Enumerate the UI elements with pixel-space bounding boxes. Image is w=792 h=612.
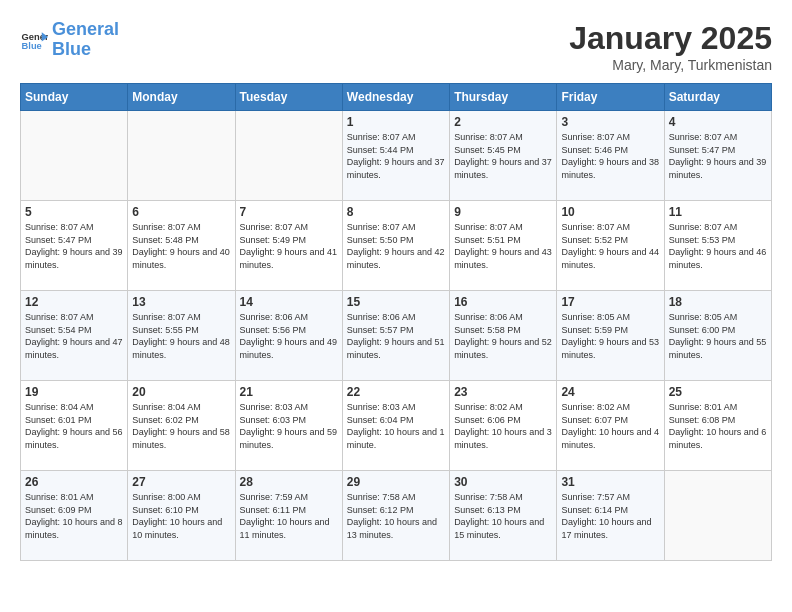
day-number: 30: [454, 475, 552, 489]
calendar-cell: 3Sunrise: 8:07 AMSunset: 5:46 PMDaylight…: [557, 111, 664, 201]
day-info: Sunrise: 8:06 AMSunset: 5:56 PMDaylight:…: [240, 311, 338, 361]
logo-text: General Blue: [52, 20, 119, 60]
day-info: Sunrise: 8:00 AMSunset: 6:10 PMDaylight:…: [132, 491, 230, 541]
logo-line1: General: [52, 19, 119, 39]
calendar-week-3: 12Sunrise: 8:07 AMSunset: 5:54 PMDayligh…: [21, 291, 772, 381]
svg-text:Blue: Blue: [22, 41, 42, 51]
day-info: Sunrise: 7:57 AMSunset: 6:14 PMDaylight:…: [561, 491, 659, 541]
day-number: 21: [240, 385, 338, 399]
calendar-cell: 14Sunrise: 8:06 AMSunset: 5:56 PMDayligh…: [235, 291, 342, 381]
day-info: Sunrise: 8:07 AMSunset: 5:47 PMDaylight:…: [669, 131, 767, 181]
day-number: 29: [347, 475, 445, 489]
calendar-cell: 12Sunrise: 8:07 AMSunset: 5:54 PMDayligh…: [21, 291, 128, 381]
day-info: Sunrise: 8:02 AMSunset: 6:07 PMDaylight:…: [561, 401, 659, 451]
day-number: 11: [669, 205, 767, 219]
day-number: 16: [454, 295, 552, 309]
day-number: 19: [25, 385, 123, 399]
weekday-header-row: SundayMondayTuesdayWednesdayThursdayFrid…: [21, 84, 772, 111]
calendar-cell: 30Sunrise: 7:58 AMSunset: 6:13 PMDayligh…: [450, 471, 557, 561]
day-info: Sunrise: 8:06 AMSunset: 5:57 PMDaylight:…: [347, 311, 445, 361]
weekday-header-friday: Friday: [557, 84, 664, 111]
calendar-cell: 18Sunrise: 8:05 AMSunset: 6:00 PMDayligh…: [664, 291, 771, 381]
calendar-week-1: 1Sunrise: 8:07 AMSunset: 5:44 PMDaylight…: [21, 111, 772, 201]
day-info: Sunrise: 8:07 AMSunset: 5:44 PMDaylight:…: [347, 131, 445, 181]
day-info: Sunrise: 8:03 AMSunset: 6:03 PMDaylight:…: [240, 401, 338, 451]
day-info: Sunrise: 8:05 AMSunset: 6:00 PMDaylight:…: [669, 311, 767, 361]
calendar-cell: 22Sunrise: 8:03 AMSunset: 6:04 PMDayligh…: [342, 381, 449, 471]
day-info: Sunrise: 7:58 AMSunset: 6:12 PMDaylight:…: [347, 491, 445, 541]
day-number: 1: [347, 115, 445, 129]
calendar-cell: 25Sunrise: 8:01 AMSunset: 6:08 PMDayligh…: [664, 381, 771, 471]
day-info: Sunrise: 8:01 AMSunset: 6:08 PMDaylight:…: [669, 401, 767, 451]
weekday-header-monday: Monday: [128, 84, 235, 111]
day-number: 22: [347, 385, 445, 399]
day-number: 7: [240, 205, 338, 219]
calendar-cell: 11Sunrise: 8:07 AMSunset: 5:53 PMDayligh…: [664, 201, 771, 291]
calendar-cell: [235, 111, 342, 201]
day-number: 5: [25, 205, 123, 219]
calendar-cell: 26Sunrise: 8:01 AMSunset: 6:09 PMDayligh…: [21, 471, 128, 561]
day-number: 31: [561, 475, 659, 489]
month-title: January 2025: [569, 20, 772, 57]
day-info: Sunrise: 8:04 AMSunset: 6:02 PMDaylight:…: [132, 401, 230, 451]
calendar-cell: 8Sunrise: 8:07 AMSunset: 5:50 PMDaylight…: [342, 201, 449, 291]
logo-line2: Blue: [52, 39, 91, 59]
day-number: 8: [347, 205, 445, 219]
calendar-cell: [21, 111, 128, 201]
day-info: Sunrise: 8:07 AMSunset: 5:52 PMDaylight:…: [561, 221, 659, 271]
calendar-cell: 23Sunrise: 8:02 AMSunset: 6:06 PMDayligh…: [450, 381, 557, 471]
calendar-cell: 4Sunrise: 8:07 AMSunset: 5:47 PMDaylight…: [664, 111, 771, 201]
day-info: Sunrise: 8:07 AMSunset: 5:47 PMDaylight:…: [25, 221, 123, 271]
day-info: Sunrise: 8:07 AMSunset: 5:51 PMDaylight:…: [454, 221, 552, 271]
day-number: 3: [561, 115, 659, 129]
day-number: 4: [669, 115, 767, 129]
calendar-header: SundayMondayTuesdayWednesdayThursdayFrid…: [21, 84, 772, 111]
calendar-cell: 27Sunrise: 8:00 AMSunset: 6:10 PMDayligh…: [128, 471, 235, 561]
day-info: Sunrise: 8:03 AMSunset: 6:04 PMDaylight:…: [347, 401, 445, 451]
weekday-header-wednesday: Wednesday: [342, 84, 449, 111]
calendar-cell: 13Sunrise: 8:07 AMSunset: 5:55 PMDayligh…: [128, 291, 235, 381]
day-number: 20: [132, 385, 230, 399]
day-number: 15: [347, 295, 445, 309]
day-number: 24: [561, 385, 659, 399]
day-number: 6: [132, 205, 230, 219]
day-info: Sunrise: 8:01 AMSunset: 6:09 PMDaylight:…: [25, 491, 123, 541]
day-number: 12: [25, 295, 123, 309]
calendar-week-2: 5Sunrise: 8:07 AMSunset: 5:47 PMDaylight…: [21, 201, 772, 291]
day-info: Sunrise: 8:07 AMSunset: 5:54 PMDaylight:…: [25, 311, 123, 361]
calendar-cell: 21Sunrise: 8:03 AMSunset: 6:03 PMDayligh…: [235, 381, 342, 471]
day-number: 28: [240, 475, 338, 489]
weekday-header-sunday: Sunday: [21, 84, 128, 111]
calendar-cell: 6Sunrise: 8:07 AMSunset: 5:48 PMDaylight…: [128, 201, 235, 291]
day-number: 17: [561, 295, 659, 309]
day-info: Sunrise: 8:07 AMSunset: 5:49 PMDaylight:…: [240, 221, 338, 271]
logo: General Blue General Blue: [20, 20, 119, 60]
logo-icon: General Blue: [20, 26, 48, 54]
day-number: 10: [561, 205, 659, 219]
calendar-cell: 24Sunrise: 8:02 AMSunset: 6:07 PMDayligh…: [557, 381, 664, 471]
calendar-table: SundayMondayTuesdayWednesdayThursdayFrid…: [20, 83, 772, 561]
day-info: Sunrise: 8:04 AMSunset: 6:01 PMDaylight:…: [25, 401, 123, 451]
day-number: 26: [25, 475, 123, 489]
calendar-cell: 20Sunrise: 8:04 AMSunset: 6:02 PMDayligh…: [128, 381, 235, 471]
weekday-header-tuesday: Tuesday: [235, 84, 342, 111]
calendar-cell: 10Sunrise: 8:07 AMSunset: 5:52 PMDayligh…: [557, 201, 664, 291]
day-info: Sunrise: 8:07 AMSunset: 5:45 PMDaylight:…: [454, 131, 552, 181]
calendar-cell: 16Sunrise: 8:06 AMSunset: 5:58 PMDayligh…: [450, 291, 557, 381]
day-number: 2: [454, 115, 552, 129]
day-number: 23: [454, 385, 552, 399]
calendar-cell: [664, 471, 771, 561]
day-info: Sunrise: 8:06 AMSunset: 5:58 PMDaylight:…: [454, 311, 552, 361]
weekday-header-saturday: Saturday: [664, 84, 771, 111]
day-number: 18: [669, 295, 767, 309]
calendar-cell: 29Sunrise: 7:58 AMSunset: 6:12 PMDayligh…: [342, 471, 449, 561]
day-info: Sunrise: 7:58 AMSunset: 6:13 PMDaylight:…: [454, 491, 552, 541]
weekday-header-thursday: Thursday: [450, 84, 557, 111]
calendar-cell: 31Sunrise: 7:57 AMSunset: 6:14 PMDayligh…: [557, 471, 664, 561]
calendar-cell: 2Sunrise: 8:07 AMSunset: 5:45 PMDaylight…: [450, 111, 557, 201]
title-block: January 2025 Mary, Mary, Turkmenistan: [569, 20, 772, 73]
calendar-cell: 7Sunrise: 8:07 AMSunset: 5:49 PMDaylight…: [235, 201, 342, 291]
day-info: Sunrise: 8:07 AMSunset: 5:53 PMDaylight:…: [669, 221, 767, 271]
calendar-cell: 19Sunrise: 8:04 AMSunset: 6:01 PMDayligh…: [21, 381, 128, 471]
calendar-cell: 9Sunrise: 8:07 AMSunset: 5:51 PMDaylight…: [450, 201, 557, 291]
